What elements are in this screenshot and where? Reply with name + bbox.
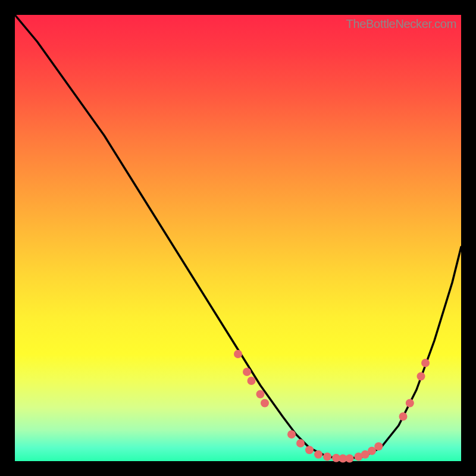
data-point: [421, 359, 430, 367]
data-point: [374, 442, 383, 450]
data-point: [296, 439, 305, 447]
data-point: [248, 377, 256, 385]
chart-svg: [15, 15, 461, 461]
data-point: [287, 430, 296, 439]
chart-plot-area: TheBottleNecker.com: [15, 15, 461, 461]
data-point: [399, 412, 408, 421]
data-markers: [234, 350, 430, 463]
data-point: [256, 390, 265, 399]
curve-line: [15, 15, 461, 459]
data-point: [346, 455, 354, 463]
data-point: [323, 453, 331, 461]
data-point: [243, 368, 251, 376]
data-point: [234, 350, 242, 358]
data-point: [261, 399, 269, 408]
data-point: [417, 372, 425, 381]
data-point: [305, 446, 314, 454]
data-point: [314, 450, 322, 459]
data-point: [406, 399, 414, 408]
